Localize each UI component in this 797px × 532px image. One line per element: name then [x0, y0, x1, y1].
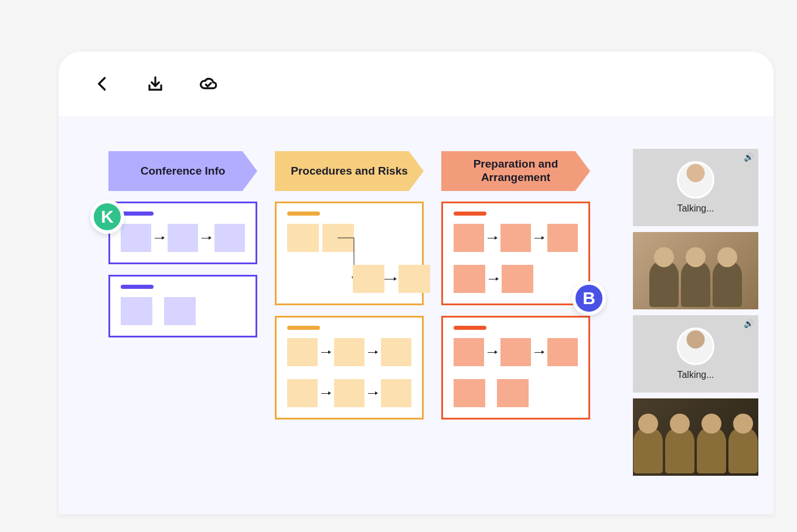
back-button[interactable]: [94, 75, 111, 93]
flow-arrow-icon: [489, 279, 498, 279]
flow-box: [500, 224, 531, 252]
download-icon: [147, 75, 164, 93]
flow-box: [287, 379, 318, 407]
video-status-label: Talking...: [677, 203, 714, 214]
column-title: Procedures and Risks: [291, 165, 408, 178]
flow-box: [454, 265, 485, 293]
video-panel: 🔊 Talking... 🔊 Talking...: [633, 149, 758, 476]
flow-row: [287, 379, 411, 407]
flow-box: [454, 338, 484, 366]
video-tile-photo[interactable]: [633, 232, 758, 309]
flow-row: [454, 224, 578, 252]
flow-box: [547, 338, 578, 366]
flow-arrow-icon: [368, 393, 377, 394]
people-photo: [633, 232, 758, 309]
column-conference-info: Conference Info K: [108, 151, 257, 420]
diagram-card[interactable]: [108, 275, 257, 337]
flow-arrow-icon: [321, 352, 331, 353]
video-status-label: Talking...: [677, 370, 714, 380]
flow-arrow-icon: [534, 352, 544, 353]
chevron-left-icon: [94, 75, 111, 93]
speaker-icon: 🔊: [744, 319, 754, 328]
diagram-card[interactable]: [275, 316, 424, 420]
flow-box: [334, 379, 365, 407]
flow-row: [121, 224, 245, 252]
column-preparation-arrangement: Preparation and Arrangement: [441, 151, 590, 420]
flow-box: [334, 338, 365, 366]
card-strip: [121, 285, 154, 289]
flow-box: [381, 338, 411, 366]
flow-box: [214, 224, 245, 252]
column-procedures-risks: Procedures and Risks: [275, 151, 424, 420]
video-tile-photo[interactable]: [633, 398, 758, 476]
flow-arrow-icon: [321, 393, 331, 394]
cloud-sync-button[interactable]: [199, 75, 217, 93]
flow-row: [454, 338, 578, 366]
column-title: Conference Info: [141, 165, 226, 178]
video-tile-talking[interactable]: 🔊 Talking...: [633, 315, 758, 393]
flow-box: [121, 297, 152, 325]
card-strip: [454, 212, 486, 216]
flow-box: [353, 265, 384, 293]
flow-box: [547, 224, 578, 252]
avatar: [677, 161, 714, 199]
flow-box: [164, 297, 196, 325]
app-window: Conference Info K: [59, 52, 774, 514]
column-header[interactable]: Conference Info: [108, 151, 257, 191]
flow-box: [454, 379, 485, 407]
card-strip: [287, 326, 320, 330]
avatar: [677, 328, 714, 365]
flow-box: [381, 379, 411, 407]
diagram-card[interactable]: [275, 202, 424, 305]
flow-box: [497, 379, 529, 407]
flow-arrow-icon: [488, 238, 497, 238]
flow-box: [121, 224, 151, 252]
flow-arrow-icon: [488, 352, 497, 353]
download-button[interactable]: [147, 75, 164, 93]
flow-box: [168, 224, 198, 252]
flow-box: [287, 224, 319, 252]
card-strip: [121, 212, 154, 216]
diagram-card[interactable]: B: [441, 202, 590, 305]
flow-arrow-icon: [202, 238, 211, 238]
speaker-icon: 🔊: [744, 152, 754, 162]
toolbar: [59, 52, 774, 116]
flow-arrow-icon: [534, 238, 544, 238]
flow-row: [454, 379, 578, 407]
flow-box: [287, 338, 318, 366]
column-header[interactable]: Procedures and Risks: [275, 151, 424, 191]
canvas[interactable]: Conference Info K: [59, 116, 774, 514]
diagram-card[interactable]: K: [108, 202, 257, 264]
flow-arrow-icon: [384, 279, 396, 279]
flow-row: [287, 338, 411, 366]
column-title: Preparation and Arrangement: [446, 158, 585, 185]
people-photo: [633, 398, 758, 476]
user-badge-b[interactable]: B: [572, 281, 606, 315]
video-tile-talking[interactable]: 🔊 Talking...: [633, 149, 758, 226]
diagram-card[interactable]: [441, 316, 590, 420]
flow-box: [502, 265, 533, 293]
user-badge-k[interactable]: K: [90, 200, 124, 234]
card-strip: [454, 326, 486, 330]
flow-arrow-icon: [155, 238, 164, 238]
card-strip: [287, 212, 320, 216]
column-header[interactable]: Preparation and Arrangement: [441, 151, 590, 191]
cloud-check-icon: [199, 75, 217, 93]
flow-box: [454, 224, 484, 252]
columns: Conference Info K: [108, 151, 590, 420]
flow-box: [398, 265, 430, 293]
flow-arrow-icon: [368, 352, 377, 353]
flow-stagger: [287, 224, 411, 293]
flow-row: [121, 297, 245, 325]
flow-row: [454, 265, 578, 293]
flow-box: [500, 338, 531, 366]
